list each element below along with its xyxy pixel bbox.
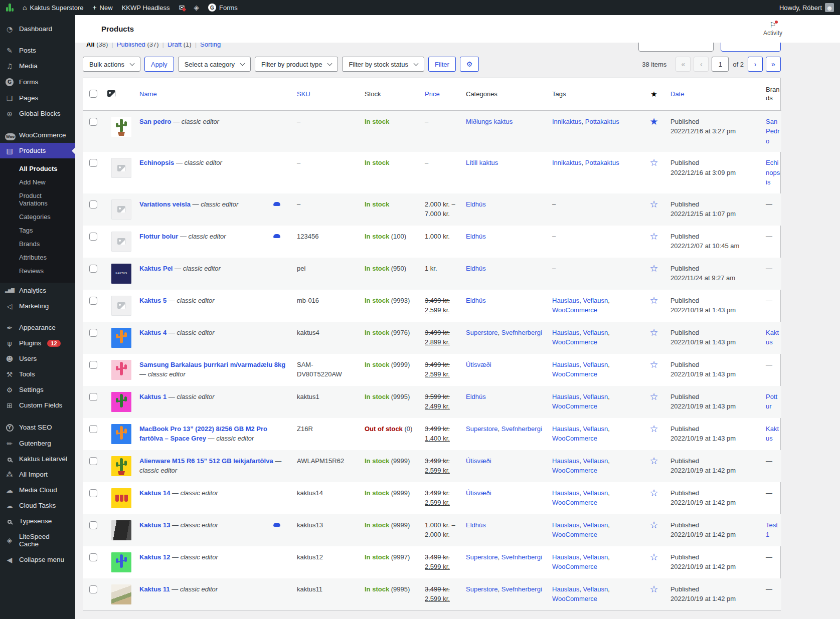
column-header-price[interactable]: Price xyxy=(421,78,462,110)
tag-link[interactable]: Hauslaus xyxy=(552,585,579,593)
category-filter-select[interactable]: Select a category xyxy=(178,57,251,72)
tag-link[interactable]: Veflausn xyxy=(583,297,608,304)
tag-link[interactable]: Veflausn xyxy=(583,457,608,465)
sidebar-item-pages[interactable]: ❏Pages xyxy=(0,90,75,106)
view-link-published[interactable]: Published (37) xyxy=(117,43,159,48)
tag-link[interactable]: WooCommerce xyxy=(552,370,597,378)
category-link[interactable]: Superstore xyxy=(466,425,498,433)
row-checkbox[interactable] xyxy=(89,329,97,337)
category-link[interactable]: Svefnherbergi xyxy=(501,425,542,433)
tag-link[interactable]: Veflausn xyxy=(583,329,608,336)
category-link[interactable]: Eldhús xyxy=(466,393,486,400)
row-checkbox[interactable] xyxy=(89,265,97,273)
row-checkbox[interactable] xyxy=(89,553,97,561)
featured-star[interactable]: ☆ xyxy=(649,157,658,168)
category-link[interactable]: Eldhús xyxy=(466,233,486,240)
adminbar-new-button[interactable]: + New xyxy=(92,4,112,12)
column-header-name[interactable]: Name xyxy=(135,78,293,110)
product-thumbnail[interactable] xyxy=(111,392,131,412)
mail-icon[interactable]: ✉ xyxy=(179,4,185,11)
tag-link[interactable]: Hauslaus xyxy=(552,393,579,400)
sidebar-item-appearance[interactable]: ✒Appearance xyxy=(0,320,75,335)
featured-star[interactable]: ☆ xyxy=(649,423,658,434)
product-name-link[interactable]: Flottur bolur xyxy=(139,233,178,240)
submenu-item-reviews[interactable]: Reviews xyxy=(0,264,75,278)
category-link[interactable]: Superstore xyxy=(466,329,498,336)
submenu-item-all-products[interactable]: All Products xyxy=(0,162,75,175)
search-input[interactable] xyxy=(638,43,714,52)
view-link-draft[interactable]: Draft (1) xyxy=(167,43,192,48)
featured-star[interactable]: ☆ xyxy=(649,455,658,466)
screen-settings-button[interactable]: ⚙ xyxy=(460,57,479,72)
featured-star[interactable]: ☆ xyxy=(649,519,658,530)
column-header-sku[interactable]: SKU xyxy=(293,78,361,110)
product-name-link[interactable]: Kaktus Pei xyxy=(139,265,173,272)
category-link[interactable]: Útisvæði xyxy=(466,489,491,497)
featured-star[interactable]: ☆ xyxy=(649,391,658,402)
litespeed-diamond-icon[interactable]: ◈ xyxy=(194,4,199,11)
product-thumbnail[interactable] xyxy=(111,424,131,444)
sidebar-item-analytics[interactable]: ▂▅▇Analytics xyxy=(0,283,75,298)
tag-link[interactable]: WooCommerce xyxy=(552,595,597,602)
tag-link[interactable]: Veflausn xyxy=(583,361,608,368)
product-thumbnail[interactable] xyxy=(111,584,131,604)
category-link[interactable]: Eldhús xyxy=(466,297,486,304)
sidebar-item-media-cloud[interactable]: ☁Media Cloud xyxy=(0,482,75,498)
featured-star[interactable]: ☆ xyxy=(649,263,658,274)
tag-link[interactable]: WooCommerce xyxy=(552,402,597,410)
stock-status-filter-select[interactable]: Filter by stock status xyxy=(342,57,424,72)
product-name-link[interactable]: Kaktus 4 xyxy=(139,329,166,336)
bulk-actions-select[interactable]: Bulk actions xyxy=(83,57,140,72)
row-checkbox[interactable] xyxy=(89,585,97,593)
submenu-item-tags[interactable]: Tags xyxy=(0,224,75,237)
sidebar-item-dashboard[interactable]: ◔Dashboard xyxy=(0,21,75,37)
tag-link[interactable]: Veflausn xyxy=(583,585,608,593)
category-link[interactable]: Superstore xyxy=(466,585,498,593)
sidebar-item-plugins[interactable]: ψPlugins12 xyxy=(0,335,75,351)
featured-star[interactable]: ☆ xyxy=(649,295,658,306)
tag-link[interactable]: Veflausn xyxy=(583,425,608,433)
adminbar-site-name[interactable]: ⌂ Kaktus Superstore xyxy=(23,4,83,12)
brand-link[interactable]: San Pedro xyxy=(766,118,779,145)
last-page-button[interactable]: » xyxy=(766,57,781,72)
tag-link[interactable]: Veflausn xyxy=(583,553,608,561)
product-thumbnail[interactable]: KAKTUS xyxy=(111,264,131,284)
sidebar-item-woocommerce[interactable]: WooWooCommerce xyxy=(0,127,75,143)
current-page-input[interactable] xyxy=(712,57,729,72)
sidebar-item-all-import[interactable]: ⁂All Import xyxy=(0,467,75,482)
product-name-link[interactable]: Kaktus 11 xyxy=(139,585,170,593)
featured-star[interactable]: ☆ xyxy=(649,583,658,594)
product-thumbnail[interactable] xyxy=(111,520,131,540)
product-thumbnail[interactable] xyxy=(111,488,131,508)
product-thumbnail[interactable] xyxy=(111,552,131,572)
row-checkbox[interactable] xyxy=(89,159,97,167)
product-thumbnail[interactable] xyxy=(111,328,131,348)
featured-star[interactable]: ☆ xyxy=(649,327,658,338)
column-header-featured-star[interactable]: ★ xyxy=(641,78,666,110)
category-link[interactable]: Útisvæði xyxy=(466,457,491,465)
submenu-item-product-variations[interactable]: Product Variations xyxy=(0,189,75,210)
sidebar-item-marketing[interactable]: ◁Marketing xyxy=(0,298,75,314)
row-checkbox[interactable] xyxy=(89,457,97,465)
featured-star[interactable]: ☆ xyxy=(649,198,658,210)
category-link[interactable]: Superstore xyxy=(466,553,498,561)
tag-link[interactable]: Hauslaus xyxy=(552,297,579,304)
adminbar-account[interactable]: Howdy, Róbert ☻ xyxy=(779,3,834,12)
category-link[interactable]: Eldhús xyxy=(466,521,486,529)
row-checkbox[interactable] xyxy=(89,425,97,433)
search-products-button[interactable] xyxy=(721,43,781,52)
product-thumbnail[interactable] xyxy=(111,296,131,316)
tag-link[interactable]: Hauslaus xyxy=(552,425,579,433)
next-page-button[interactable]: › xyxy=(748,57,763,72)
product-name-link[interactable]: Kaktus 12 xyxy=(139,553,170,561)
product-name-link[interactable]: Samsung Barkalaus þurrkari m/varmadælu 8… xyxy=(139,361,285,368)
category-link[interactable]: Lítill kaktus xyxy=(466,159,498,166)
filter-button[interactable]: Filter xyxy=(428,57,456,72)
submenu-item-add-new[interactable]: Add New xyxy=(0,175,75,189)
tag-link[interactable]: Hauslaus xyxy=(552,361,579,368)
row-checkbox[interactable] xyxy=(89,521,97,529)
submenu-item-categories[interactable]: Categories xyxy=(0,210,75,224)
category-link[interactable]: Svefnherbergi xyxy=(501,329,542,336)
tag-link[interactable]: WooCommerce xyxy=(552,435,597,442)
tag-link[interactable]: Hauslaus xyxy=(552,329,579,336)
